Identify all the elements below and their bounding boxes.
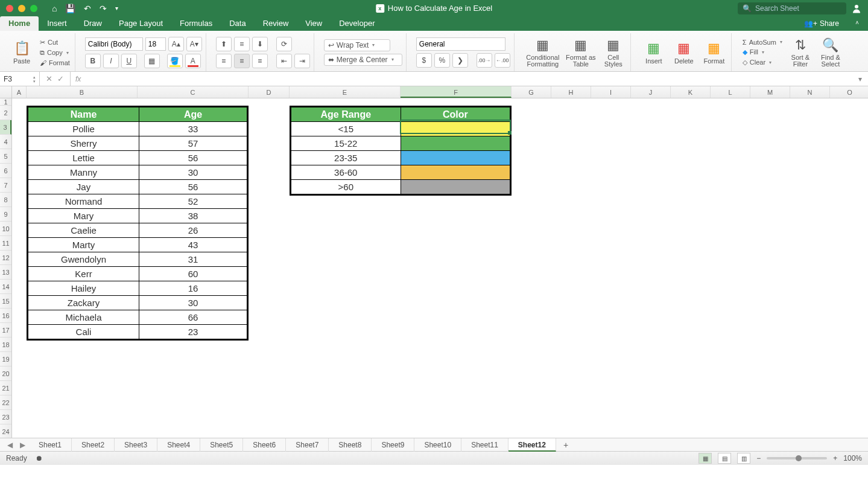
row-header-2[interactable]: 2	[0, 106, 11, 120]
row-header-13[interactable]: 13	[0, 265, 11, 280]
row-header-1[interactable]: 1	[0, 98, 11, 106]
sheet-tab-sheet3[interactable]: Sheet3	[115, 438, 157, 452]
table-row[interactable]: <15	[291, 122, 510, 136]
table-header[interactable]: Name	[28, 107, 139, 122]
page-layout-view-button[interactable]: ▤	[718, 453, 731, 464]
conditional-formatting-button[interactable]: ▦Conditional Formatting	[524, 37, 562, 68]
save-icon[interactable]: 💾	[65, 4, 75, 13]
delete-cells-button[interactable]: ▦Delete	[671, 40, 697, 65]
increase-font-button[interactable]: A▴	[168, 37, 184, 51]
table-cell[interactable]: Mary	[28, 209, 139, 223]
zoom-in-button[interactable]: +	[833, 454, 837, 462]
row-header-14[interactable]: 14	[0, 280, 11, 294]
table-cell[interactable]: 57	[139, 136, 247, 151]
table-row[interactable]: Manny30	[28, 165, 247, 180]
table-row[interactable]: 23-35	[291, 151, 510, 165]
table-cell[interactable]: Pollie	[28, 122, 139, 136]
increase-indent-button[interactable]: ⇥	[294, 54, 310, 68]
cells-area[interactable]: NameAgePollie33Sherry57Lettie56Manny30Ja…	[12, 98, 868, 438]
tab-home[interactable]: Home	[0, 16, 39, 31]
table-cell[interactable]: Zackary	[28, 296, 139, 310]
column-header-G[interactable]: G	[512, 86, 551, 98]
comma-button[interactable]: ❯	[452, 53, 468, 68]
color-cell[interactable]	[401, 180, 510, 194]
table-cell[interactable]: 30	[139, 296, 247, 310]
format-as-table-button[interactable]: ▦Format as Table	[565, 37, 597, 68]
table-cell[interactable]: 66	[139, 310, 247, 325]
table-row[interactable]: Michaela66	[28, 310, 247, 325]
align-middle-button[interactable]: ≡	[234, 37, 250, 51]
tab-draw[interactable]: Draw	[75, 16, 110, 31]
undo-icon[interactable]: ↶	[84, 4, 91, 13]
row-header-4[interactable]: 4	[0, 135, 11, 149]
column-header-F[interactable]: F	[401, 86, 512, 98]
cell-styles-button[interactable]: ▦Cell Styles	[600, 37, 627, 68]
user-avatar-icon[interactable]	[851, 3, 862, 14]
decrease-font-button[interactable]: A▾	[186, 37, 202, 51]
column-header-K[interactable]: K	[671, 86, 711, 98]
increase-decimal-button[interactable]: .00→	[477, 53, 492, 68]
customize-qat-icon[interactable]: ▾	[115, 5, 118, 11]
column-header-J[interactable]: J	[631, 86, 671, 98]
add-sheet-button[interactable]: +	[556, 440, 575, 450]
borders-button[interactable]: ▦	[144, 54, 160, 68]
maximize-window-button[interactable]	[30, 5, 37, 12]
table-cell[interactable]: 38	[139, 209, 247, 223]
row-header-12[interactable]: 12	[0, 251, 11, 265]
table-cell[interactable]: >60	[291, 180, 401, 194]
align-left-button[interactable]: ≡	[216, 54, 232, 68]
sheet-tab-sheet1[interactable]: Sheet1	[29, 438, 72, 452]
table-row[interactable]: Gwendolyn31	[28, 252, 247, 267]
table-row[interactable]: 36-60	[291, 165, 510, 180]
row-header-16[interactable]: 16	[0, 309, 11, 323]
cancel-formula-icon[interactable]: ✕	[46, 74, 52, 83]
row-header-23[interactable]: 23	[0, 410, 11, 424]
table-cell[interactable]: Caelie	[28, 223, 139, 238]
zoom-out-button[interactable]: −	[756, 454, 761, 462]
table-row[interactable]: Zackary30	[28, 296, 247, 310]
fill-button[interactable]: ◆Fill▾	[741, 48, 784, 57]
table-row[interactable]: Marty43	[28, 238, 247, 252]
column-header-M[interactable]: M	[750, 86, 790, 98]
fx-label[interactable]: fx	[71, 75, 86, 83]
row-header-17[interactable]: 17	[0, 323, 11, 338]
next-sheet-button[interactable]: ▶	[16, 441, 29, 449]
align-top-button[interactable]: ⬆	[216, 37, 232, 51]
page-break-view-button[interactable]: ▥	[737, 453, 750, 464]
tab-formulas[interactable]: Formulas	[171, 16, 221, 31]
share-button[interactable]: 👥+ Share	[797, 19, 846, 28]
align-bottom-button[interactable]: ⬇	[252, 37, 268, 51]
table-cell[interactable]: Jay	[28, 180, 139, 194]
row-header-24[interactable]: 24	[0, 424, 11, 438]
cut-button[interactable]: ✂Cut	[39, 38, 71, 47]
sheet-tab-sheet4[interactable]: Sheet4	[157, 438, 200, 452]
zoom-slider[interactable]	[767, 457, 827, 459]
table-row[interactable]: Caelie26	[28, 223, 247, 238]
copy-button[interactable]: ⧉Copy▾	[39, 48, 71, 57]
table-cell[interactable]: 16	[139, 281, 247, 296]
table-cell[interactable]: <15	[291, 122, 401, 136]
autosum-button[interactable]: ΣAutoSum▾	[741, 38, 784, 46]
table-row[interactable]: Lettie56	[28, 151, 247, 165]
row-header-8[interactable]: 8	[0, 193, 11, 207]
fill-color-button[interactable]: 🪣	[167, 54, 183, 68]
table-cell[interactable]: Marty	[28, 238, 139, 252]
font-color-button[interactable]: A	[185, 54, 201, 68]
search-sheet-input[interactable]: 🔍 Search Sheet	[738, 2, 846, 14]
table-row[interactable]: Mary38	[28, 209, 247, 223]
color-cell[interactable]	[401, 136, 510, 151]
insert-cells-button[interactable]: ▦Insert	[641, 40, 667, 65]
sheet-tab-sheet6[interactable]: Sheet6	[243, 438, 286, 452]
table-row[interactable]: >60	[291, 180, 510, 194]
tab-page-layout[interactable]: Page Layout	[110, 16, 171, 31]
table-cell[interactable]: Sherry	[28, 136, 139, 151]
decrease-indent-button[interactable]: ⇤	[276, 54, 292, 68]
column-header-N[interactable]: N	[790, 86, 830, 98]
clear-button[interactable]: ◇Clear▾	[741, 58, 784, 67]
table-row[interactable]: Hailey16	[28, 281, 247, 296]
row-header-3[interactable]: 3	[0, 120, 11, 135]
table-header[interactable]: Age	[139, 107, 247, 122]
table-row[interactable]: Kerr60	[28, 267, 247, 281]
column-header-H[interactable]: H	[551, 86, 591, 98]
home-icon[interactable]: ⌂	[52, 4, 57, 13]
